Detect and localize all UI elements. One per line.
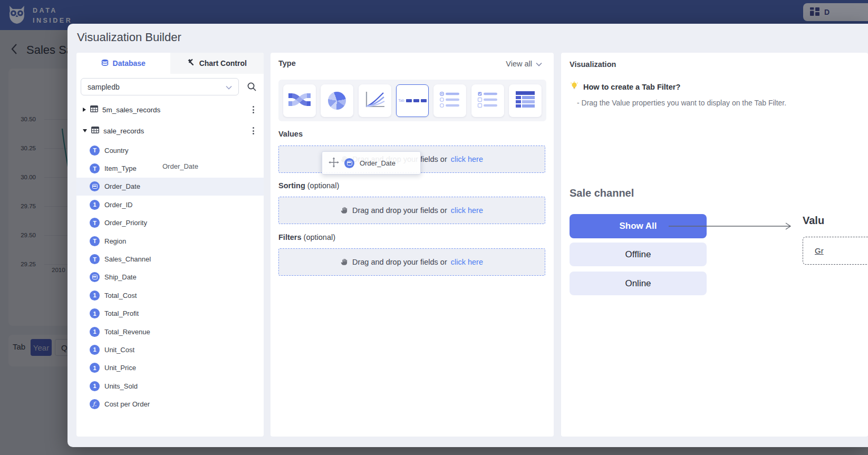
field-item-country[interactable]: T Country <box>76 141 264 159</box>
tab-filter-icon: Tab <box>398 99 426 102</box>
database-panel: Database Chart Control sampledb <box>76 53 264 437</box>
sorting-dropzone[interactable]: Drag and drop your fields or click here <box>278 197 545 224</box>
builder-panel: Type View all <box>271 53 554 437</box>
owl-logo-icon <box>6 4 27 27</box>
values-section-label: Values <box>278 130 303 138</box>
panel-tabs: Database Chart Control <box>76 53 264 74</box>
tab-chart-control-label: Chart Control <box>199 59 247 67</box>
kebab-menu-icon[interactable] <box>250 104 256 115</box>
kebab-menu-icon[interactable] <box>250 125 256 137</box>
dropzone-placeholder: Drag and drop your fields or <box>352 206 447 215</box>
annotation-arrow-icon <box>669 221 796 231</box>
date-field-icon <box>90 272 100 282</box>
chart-type-tab-filter[interactable]: Tab <box>396 84 429 117</box>
field-item-order-date[interactable]: Order_Date <box>76 178 264 196</box>
tab-database[interactable]: Database <box>76 53 170 74</box>
lightbulb-icon <box>570 81 579 93</box>
checkbox-list-icon <box>477 91 498 111</box>
field-item-order-id[interactable]: 1 Order_ID <box>76 196 264 214</box>
caret-right-icon[interactable] <box>83 108 86 112</box>
visualization-header: Visualization <box>570 60 616 69</box>
field-item-order-priority[interactable]: T Order_Priority <box>76 214 264 232</box>
field-item-total-cost[interactable]: 1 Total_Cost <box>76 286 264 304</box>
number-field-icon: 1 <box>90 327 100 337</box>
tip-body: - Drag the Value properties you want to … <box>577 99 786 107</box>
tab-chart-control[interactable]: Chart Control <box>170 53 264 74</box>
filters-dropzone[interactable]: Drag and drop your fields or click here <box>278 248 545 276</box>
dropzone-placeholder: Drag and drop your fields or <box>352 258 447 266</box>
sankey-chart-icon <box>288 91 311 110</box>
drag-hand-icon <box>341 206 349 216</box>
visualization-panel: Visualization How to create a Tab Filter… <box>561 53 868 437</box>
tip-title: How to create a Tab Filter? <box>583 83 680 91</box>
value-annotation: Valu <box>803 215 824 227</box>
date-field-icon <box>344 158 354 168</box>
option-online[interactable]: Online <box>570 272 707 295</box>
brand: DATA INSIDER <box>6 4 72 27</box>
chart-type-line[interactable] <box>359 84 391 117</box>
table-row-5m-sales-records[interactable]: 5m_sales_records <box>76 99 264 120</box>
text-field-icon: T <box>90 236 100 246</box>
table-row-sale-records[interactable]: sale_records <box>76 120 264 141</box>
table-chart-icon <box>515 91 536 111</box>
search-button[interactable] <box>245 81 258 94</box>
group-annotation-box[interactable]: Gr <box>803 237 868 265</box>
view-all-button[interactable]: View all <box>506 60 542 68</box>
field-item-cost-per-order[interactable]: ƒ. Cost per Order <box>76 395 264 413</box>
modal-title: Visualization Builder <box>77 31 181 44</box>
click-here-link[interactable]: click here <box>451 258 483 266</box>
chart-type-checkbox-list[interactable] <box>471 84 504 117</box>
text-field-icon: T <box>90 163 100 173</box>
filters-section-label: Filters (optional) <box>278 233 335 241</box>
field-item-total-profit[interactable]: 1 Total_Profit <box>76 305 264 323</box>
click-here-link[interactable]: click here <box>451 155 483 163</box>
field-item-total-revenue[interactable]: 1 Total_Revenue <box>76 323 264 341</box>
chart-type-radio-list[interactable] <box>433 84 466 117</box>
sorting-section-label: Sorting (optional) <box>278 181 339 190</box>
chart-type-pie[interactable] <box>321 84 353 117</box>
database-icon <box>101 59 109 68</box>
table-name: 5m_sales_records <box>102 106 160 114</box>
field-item-item-type[interactable]: T Item_Type <box>76 159 264 177</box>
field-item-sales-channel[interactable]: T Sales_Channel <box>76 250 264 268</box>
visualization-builder-modal: Visualization Builder Database <box>67 24 868 447</box>
date-field-icon <box>90 181 100 191</box>
number-field-icon: 1 <box>90 363 100 373</box>
field-item-units-sold[interactable]: 1 Units_Sold <box>76 377 264 395</box>
field-item-unit-price[interactable]: 1 Unit_Price <box>76 359 264 377</box>
caret-down-icon[interactable] <box>83 129 87 132</box>
dashboards-button-label: D <box>824 8 830 16</box>
option-offline[interactable]: Offline <box>570 243 707 266</box>
tools-icon <box>187 59 195 68</box>
database-select-value: sampledb <box>88 83 120 91</box>
line-chart-icon <box>364 91 385 111</box>
field-item-ship-date[interactable]: Ship_Date <box>76 268 264 286</box>
number-field-icon: 1 <box>90 308 100 318</box>
field-list: T Country T Item_Type Order_Date 1 Order… <box>76 141 264 413</box>
chevron-down-icon <box>226 83 232 91</box>
text-field-icon: T <box>90 146 100 156</box>
drag-ghost-chip[interactable]: Order_Date <box>322 151 421 175</box>
database-select[interactable]: sampledb <box>81 78 239 95</box>
field-item-region[interactable]: T Region <box>76 232 264 250</box>
tab-database-label: Database <box>113 59 146 67</box>
drag-hand-icon <box>341 257 349 267</box>
search-icon <box>247 82 257 94</box>
number-field-icon: 1 <box>90 345 100 355</box>
chart-type-table[interactable] <box>509 84 542 117</box>
drag-ghost-label: Order_Date <box>360 159 396 167</box>
tip-row: How to create a Tab Filter? <box>570 81 680 93</box>
table-icon <box>91 127 99 135</box>
number-field-icon: 1 <box>90 200 100 210</box>
chart-type-sankey[interactable] <box>283 84 316 117</box>
chevron-down-icon <box>536 60 542 68</box>
dashboards-button[interactable]: D <box>803 3 868 21</box>
field-item-unit-cost[interactable]: 1 Unit_Cost <box>76 341 264 359</box>
click-here-link[interactable]: click here <box>451 206 483 215</box>
pie-chart-icon <box>328 92 346 110</box>
widget-title: Sale channel <box>570 187 634 199</box>
number-field-icon: 1 <box>90 291 100 301</box>
table-icon <box>90 105 98 114</box>
group-annotation-label: Gr <box>815 246 824 255</box>
dashboard-layout-icon <box>810 7 819 17</box>
